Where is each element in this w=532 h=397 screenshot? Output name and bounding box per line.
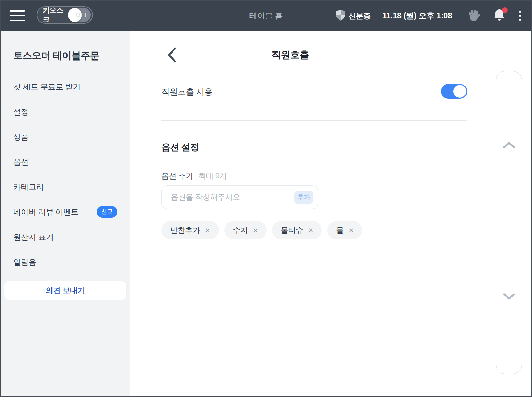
remove-chip-icon[interactable]: × <box>349 226 354 235</box>
top-bar: 키오스크 OFF 테이블 홈 <box>1 1 531 31</box>
add-option-button[interactable]: 추가 <box>294 191 313 204</box>
staff-call-toggle[interactable] <box>441 84 467 99</box>
options-section-heading: 옵션 설정 <box>161 141 199 153</box>
option-add-label-row: 옵션 추가 최대 9개 <box>161 171 227 181</box>
chevron-up-icon <box>502 141 516 150</box>
option-input[interactable] <box>171 193 294 202</box>
option-chip-list: 반찬추가 × 수저 × 물티슈 × 물 × <box>161 221 362 239</box>
option-chip: 물티슈 × <box>272 221 322 239</box>
sidebar-item-categories[interactable]: 카테고리 <box>13 174 117 199</box>
option-chip: 반찬추가 × <box>161 221 219 239</box>
remove-chip-icon[interactable]: × <box>205 226 210 235</box>
notification-badge-dot <box>502 7 508 13</box>
sidebar: 토스오더 테이블주문 첫 세트 무료로 받기 설정 상품 옵션 카테고리 네이버… <box>1 31 130 396</box>
id-check-button[interactable]: 신분증 <box>336 9 371 22</box>
staff-call-toggle-label: 직원호출 사용 <box>161 86 212 97</box>
app-window: 키오스크 OFF 테이블 홈 <box>0 0 532 397</box>
sidebar-item-settings[interactable]: 설정 <box>13 99 117 124</box>
chevron-down-icon <box>502 293 516 302</box>
option-chip: 수저 × <box>224 221 267 239</box>
sidebar-item-alert-sound[interactable]: 알림음 <box>13 249 117 275</box>
send-feedback-button[interactable]: 의견 보내기 <box>4 281 126 300</box>
scroll-down-button[interactable] <box>496 220 522 374</box>
sidebar-item-options[interactable]: 옵션 <box>13 149 117 174</box>
kiosk-label: 키오스크 <box>43 6 65 24</box>
sidebar-item-products[interactable]: 상품 <box>13 124 117 149</box>
top-bar-actions: 신분증 11.18 (월) 오후 1:08 <box>336 1 523 31</box>
page-title: 직원호출 <box>130 49 450 61</box>
option-input-container: 추가 <box>161 185 318 209</box>
kiosk-mode-toggle[interactable]: 키오스크 OFF <box>37 6 93 24</box>
shield-icon <box>336 9 346 22</box>
option-chip: 물 × <box>327 221 362 239</box>
toggle-knob <box>453 85 466 98</box>
option-add-label: 옵션 추가 <box>161 172 193 180</box>
more-menu-icon[interactable] <box>517 9 523 22</box>
sidebar-item-origin-labeling[interactable]: 원산지 표기 <box>13 224 117 249</box>
sidebar-item-naver-review-event[interactable]: 네이버 리뷰 이벤트 신규 <box>13 199 117 224</box>
remove-chip-icon[interactable]: × <box>253 226 258 235</box>
notifications-button[interactable] <box>493 9 505 23</box>
main-content: 직원호출 직원호출 사용 옵션 설정 옵션 추가 최대 9개 추가 반찬추가 ×… <box>130 31 531 396</box>
new-badge: 신규 <box>97 206 117 218</box>
sidebar-item-first-set[interactable]: 첫 세트 무료로 받기 <box>13 74 117 99</box>
kiosk-toggle-state: OFF <box>76 11 88 19</box>
window-title: 테이블 홈 <box>249 10 283 21</box>
scroll-up-button[interactable] <box>496 71 522 220</box>
kiosk-toggle-track[interactable]: OFF <box>68 8 91 22</box>
remove-chip-icon[interactable]: × <box>309 226 313 235</box>
datetime-display: 11.18 (월) 오후 1:08 <box>382 10 452 21</box>
id-check-label: 신분증 <box>349 11 371 21</box>
hand-raise-button[interactable] <box>467 8 481 23</box>
sidebar-nav: 첫 세트 무료로 받기 설정 상품 옵션 카테고리 네이버 리뷰 이벤트 신규 … <box>13 74 117 275</box>
hand-icon <box>467 8 481 23</box>
section-divider <box>161 120 467 121</box>
scroll-control <box>496 71 522 374</box>
app-title: 토스오더 테이블주문 <box>13 49 99 62</box>
hamburger-menu-icon[interactable] <box>10 9 26 22</box>
option-max-hint: 최대 9개 <box>198 172 227 180</box>
